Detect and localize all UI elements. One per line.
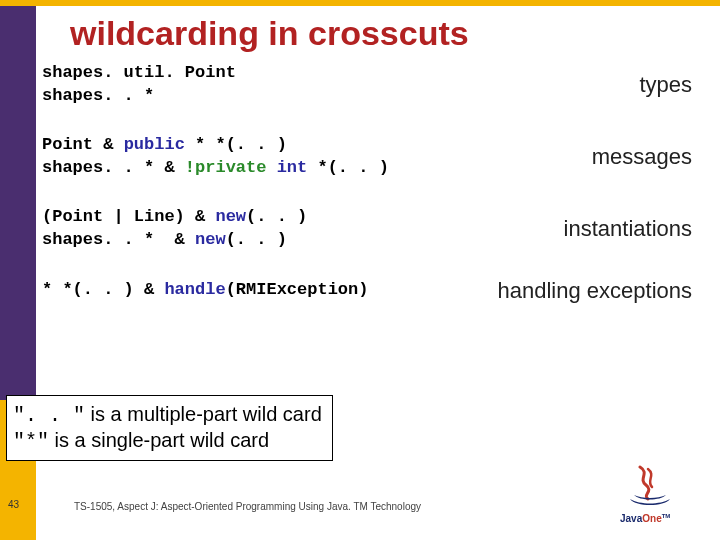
code-token: int bbox=[277, 158, 308, 177]
category-label: handling exceptions bbox=[498, 278, 710, 304]
javaone-logo: JavaOneTM bbox=[620, 465, 700, 524]
code-token: handle bbox=[164, 280, 225, 299]
code-token: shapes. . * & bbox=[42, 230, 195, 249]
code-token: Point & bbox=[42, 135, 124, 154]
code-snippet: Point & public * *(. . ) shapes. . * & !… bbox=[42, 134, 389, 180]
example-block: Point & public * *(. . ) shapes. . * & !… bbox=[42, 134, 710, 180]
note-line-2: "*" is a single-part wild card bbox=[13, 428, 322, 454]
wildcard-note-box: ". . " is a multiple-part wild card "*" … bbox=[6, 395, 333, 461]
slide-title: wildcarding in crosscuts bbox=[70, 14, 469, 53]
example-block: (Point | Line) & new(. . ) shapes. . * &… bbox=[42, 206, 710, 252]
code-token: (Point | Line) & bbox=[42, 207, 215, 226]
category-label: types bbox=[639, 72, 710, 98]
code-token: (. . ) bbox=[246, 207, 307, 226]
example-block: * *(. . ) & handle(RMIException)handling… bbox=[42, 278, 710, 304]
logo-text: JavaOneTM bbox=[620, 513, 700, 524]
note-text-1: is a multiple-part wild card bbox=[85, 403, 322, 425]
code-token: new bbox=[215, 207, 246, 226]
code-token: * *(. . ) bbox=[185, 135, 287, 154]
code-token: (RMIException) bbox=[226, 280, 369, 299]
note-quote-2: "*" bbox=[13, 430, 49, 453]
code-token bbox=[266, 158, 276, 177]
note-text-2: is a single-part wild card bbox=[49, 429, 269, 451]
code-snippet: * *(. . ) & handle(RMIException) bbox=[42, 279, 368, 302]
example-block: shapes. util. Point shapes. . *types bbox=[42, 62, 710, 108]
logo-suffix: One bbox=[642, 513, 661, 524]
code-token: shapes. . * bbox=[42, 86, 154, 105]
code-token: public bbox=[124, 135, 185, 154]
code-snippet: (Point | Line) & new(. . ) shapes. . * &… bbox=[42, 206, 307, 252]
logo-tm: TM bbox=[662, 513, 671, 519]
code-token: new bbox=[195, 230, 226, 249]
code-snippet: shapes. util. Point shapes. . * bbox=[42, 62, 236, 108]
note-quote-1: ". . " bbox=[13, 404, 85, 427]
code-token: (. . ) bbox=[226, 230, 287, 249]
content-area: shapes. util. Point shapes. . *typesPoin… bbox=[42, 62, 710, 330]
code-token: * *(. . ) & bbox=[42, 280, 164, 299]
code-token: !private bbox=[185, 158, 267, 177]
code-token: shapes. . * & bbox=[42, 158, 185, 177]
slide-number: 43 bbox=[8, 499, 19, 510]
top-accent-bar bbox=[0, 0, 720, 6]
code-token: shapes. util. Point bbox=[42, 63, 236, 82]
category-label: instantiations bbox=[564, 216, 710, 242]
note-line-1: ". . " is a multiple-part wild card bbox=[13, 402, 322, 428]
code-token: *(. . ) bbox=[307, 158, 389, 177]
category-label: messages bbox=[592, 144, 710, 170]
java-steam-icon bbox=[620, 465, 680, 509]
footer-text: TS-1505, Aspect J: Aspect-Oriented Progr… bbox=[74, 501, 421, 512]
logo-brand: Java bbox=[620, 513, 642, 524]
